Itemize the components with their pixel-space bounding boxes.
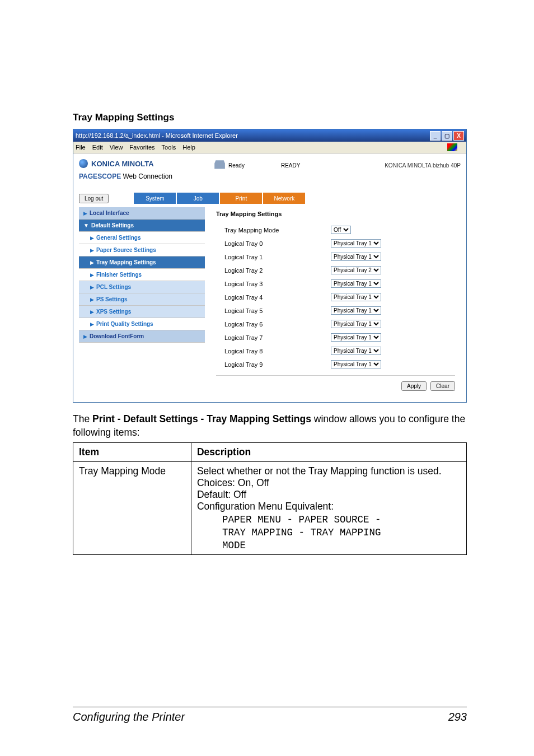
sidebar-item-xps[interactable]: ▶XPS Settings [79,306,205,318]
ie-flag-icon [447,143,457,151]
lt1-label: Logical Tray 1 [216,254,331,260]
ie-title-text: http://192.168.1.2/a_index.html - Micros… [76,132,429,139]
sidebar: ▶Local Interface ▼Default Settings ▶Gene… [79,207,205,391]
sidebar-item-local[interactable]: ▶Local Interface [79,207,205,220]
tab-network[interactable]: Network [263,193,305,204]
sidebar-item-paper[interactable]: ▶Paper Source Settings [79,244,205,256]
lt5-label: Logical Tray 5 [216,307,331,314]
ie-menu: File Edit View Favorites Tools Help [73,142,466,153]
cell-desc: Select whether or not the Tray Mapping f… [191,462,466,555]
footer-left: Configuring the Printer [73,711,185,724]
lt2-select[interactable]: Physical Tray 2 [331,266,381,274]
maximize-icon[interactable]: ▢ [442,131,452,141]
menu-file[interactable]: File [76,144,86,151]
menu-edit[interactable]: Edit [92,144,103,151]
sidebar-item-default[interactable]: ▼Default Settings [79,220,205,232]
tab-system[interactable]: System [134,193,176,204]
tab-print[interactable]: Print [220,193,262,204]
lt6-select[interactable]: Physical Tray 1 [331,320,381,328]
section-title: Tray Mapping Settings [73,112,467,123]
settings-table: ItemDescription Tray Mapping Mode Select… [73,442,467,555]
lt0-select[interactable]: Physical Tray 1 [331,239,381,248]
th-desc: Description [191,443,466,462]
sidebar-item-pcl[interactable]: ▶PCL Settings [79,281,205,293]
sidebar-item-finisher[interactable]: ▶Finisher Settings [79,269,205,281]
lt8-label: Logical Tray 8 [216,348,331,354]
close-icon[interactable]: X [453,131,464,141]
apply-button[interactable]: Apply [401,381,427,391]
lt6-label: Logical Tray 6 [216,321,331,328]
ready-small: Ready [228,162,245,169]
brand: KONICA MINOLTA [79,159,205,168]
th-item: Item [73,443,191,462]
cell-item: Tray Mapping Mode [73,462,191,555]
menu-help[interactable]: Help [182,144,195,151]
brand-text: KONICA MINOLTA [91,160,154,168]
menu-favorites[interactable]: Favorites [129,144,154,151]
lt5-select[interactable]: Physical Tray 1 [331,306,381,315]
mode-select[interactable]: Off [331,226,351,234]
lt2-label: Logical Tray 2 [216,267,331,274]
lt0-label: Logical Tray 0 [216,240,331,247]
page-footer: Configuring the Printer 293 [73,707,467,724]
ie-window: http://192.168.1.2/a_index.html - Micros… [73,129,467,403]
lt4-label: Logical Tray 4 [216,294,331,301]
clear-button[interactable]: Clear [430,381,455,391]
content-title: Tray Mapping Settings [216,207,455,221]
menu-view[interactable]: View [110,144,123,151]
sidebar-item-general[interactable]: ▶General Settings [79,232,205,244]
lt3-label: Logical Tray 3 [216,281,331,287]
lt4-select[interactable]: Physical Tray 1 [331,293,381,301]
lt1-select[interactable]: Physical Tray 1 [331,253,381,261]
ie-titlebar: http://192.168.1.2/a_index.html - Micros… [73,129,466,142]
minimize-icon[interactable]: _ [430,131,441,141]
model-name: KONICA MINOLTA bizhub 40P [300,162,461,169]
lt9-select[interactable]: Physical Tray 1 [331,360,381,368]
mode-label: Tray Mapping Mode [216,227,331,234]
lt7-select[interactable]: Physical Tray 1 [331,333,381,342]
sidebar-item-pq[interactable]: ▶Print Quality Settings [79,318,205,330]
lt9-label: Logical Tray 9 [216,361,331,368]
sidebar-item-dlff[interactable]: ▶Download FontForm [79,330,205,343]
lt8-select[interactable]: Physical Tray 1 [331,347,381,355]
sidebar-item-ps[interactable]: ▶PS Settings [79,293,205,306]
tab-job[interactable]: Job [177,193,219,204]
brand-logo-icon [79,159,88,168]
lt7-label: Logical Tray 7 [216,334,331,341]
lt3-select[interactable]: Physical Tray 1 [331,279,381,288]
menu-tools[interactable]: Tools [162,144,176,151]
page-number: 293 [448,711,467,724]
sidebar-item-traymap[interactable]: ▶Tray Mapping Settings [79,256,205,269]
printer-icon [213,159,226,171]
section-para: The Print - Default Settings - Tray Mapp… [73,413,467,439]
ready-large: READY [281,162,300,169]
logout-button[interactable]: Log out [79,194,109,203]
pagescope: PAGESCOPE Web Connection [79,172,205,180]
